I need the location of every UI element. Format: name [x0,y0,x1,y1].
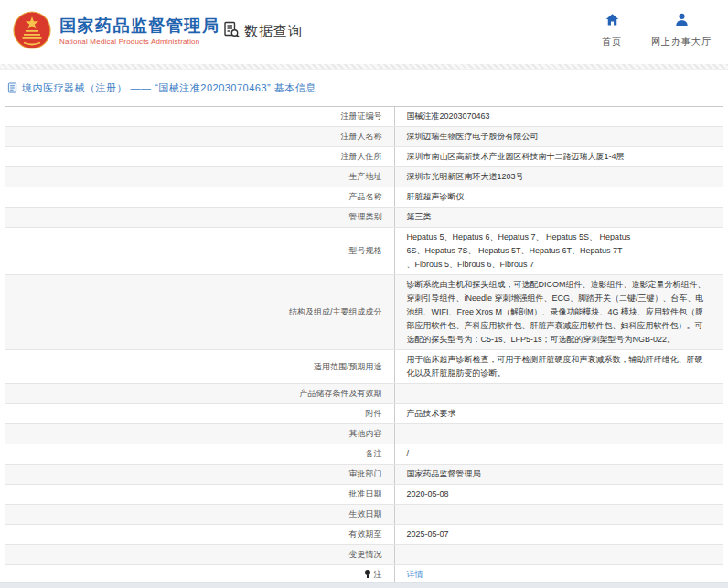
row-value: 国家药品监督管理局 [394,465,723,485]
table-row: 适用范围/预期用途用于临床超声诊断检查，可用于检测肝脏硬度和声衰减系数，辅助肝纤… [5,350,723,384]
detail-link[interactable]: 详情 [407,570,423,579]
user-icon [674,12,690,31]
table-row: 有效期至2025-05-07 [5,525,723,545]
national-emblem-icon [13,11,51,49]
data-query-button[interactable]: 数据查询 [222,20,303,42]
row-value: 诊断系统由主机和探头组成，可选配DICOM组件、造影组件、造影定量分析组件、穿刺… [394,275,723,350]
table-row: 变更情况 [5,545,723,565]
table-row: 审批部门国家药品监督管理局 [5,465,723,485]
row-value: 深圳迈瑞生物医疗电子股份有限公司 [394,127,723,147]
row-value [394,424,723,444]
nav-service-hall[interactable]: 网上办事大厅 [651,12,712,48]
footer-strip [0,582,728,588]
table-row: 注册人名称深圳迈瑞生物医疗电子股份有限公司 [5,127,723,147]
table-row: 生效日期 [5,505,723,525]
site-title-en: National Medical Products Administration [59,37,220,46]
page-title-bar: 境内医疗器械（注册） —— “国械注准20203070463” 基本信息 [0,70,728,106]
table-row: 产品名称肝脏超声诊断仪 [5,187,723,208]
table-row: 注册人住所深圳市南山区高新技术产业园区科技南十二路迈瑞大厦1-4层 [5,147,723,167]
row-label: 适用范围/预期用途 [5,350,394,384]
site-header: 国家药品监督管理局 National Medical Products Admi… [0,0,728,64]
table-row: 备注/ [5,444,723,465]
document-icon [7,80,17,97]
row-label: 变更情况 [5,545,394,565]
row-label: 生效日期 [5,505,394,525]
note-icon [365,570,371,578]
row-value: / [394,444,723,465]
row-label: 产品储存条件及有效期 [5,384,394,404]
doc-search-icon [222,20,241,42]
row-value: 肝脏超声诊断仪 [394,187,723,208]
data-query-label: 数据查询 [244,23,303,40]
site-title-cn: 国家药品监督管理局 [59,16,220,36]
row-value [394,545,723,565]
row-label: 注册证编号 [5,107,394,127]
row-value [394,384,723,404]
row-value [394,505,723,525]
row-label: 审批部门 [5,465,394,485]
table-row: 型号规格Hepatus 5、Hepatus 6、Hepatus 7、 Hepat… [5,228,723,275]
row-label: 结构及组成/主要组成成分 [5,275,394,350]
row-value: 深圳市南山区高新技术产业园区科技南十二路迈瑞大厦1-4层 [394,147,723,167]
row-label: 备注 [5,444,394,465]
row-value: 深圳市光明新区南环大道1203号 [394,167,723,187]
row-label: 注册人住所 [5,147,394,167]
nav-home[interactable]: 首页 [602,12,622,48]
page-title: 境内医疗器械（注册） —— “国械注准20203070463” 基本信息 [22,81,316,95]
nav-home-label: 首页 [602,36,622,48]
row-label: 附件 [5,404,394,424]
row-value: 2025-05-07 [394,525,723,545]
table-row: 批准日期2020-05-08 [5,485,723,505]
row-label: 生产地址 [5,167,394,187]
row-label: 注册人名称 [5,127,394,147]
row-value: 产品技术要求 [394,404,723,424]
table-row: 生产地址深圳市光明新区南环大道1203号 [5,167,723,187]
divider-band [0,64,728,70]
table-row: 结构及组成/主要组成成分诊断系统由主机和探头组成，可选配DICOM组件、造影组件… [5,275,723,350]
row-label: 其他内容 [5,424,394,444]
home-icon [605,12,620,31]
nav-service-hall-label: 网上办事大厅 [651,36,712,48]
top-nav: 首页 网上办事大厅 [602,12,712,48]
table-row: 产品储存条件及有效期 [5,384,723,404]
row-value: 用于临床超声诊断检查，可用于检测肝脏硬度和声衰减系数，辅助肝纤维化、肝硬化以及肝… [394,350,723,384]
row-label: 产品名称 [5,187,394,208]
table-row: 其他内容 [5,424,723,444]
brand: 国家药品监督管理局 National Medical Products Admi… [13,11,220,49]
table-row: 附件产品技术要求 [5,404,723,424]
brand-text: 国家药品监督管理局 National Medical Products Admi… [59,16,220,46]
row-value: 2020-05-08 [394,485,723,505]
row-label: 型号规格 [5,228,394,275]
row-value: 第三类 [394,208,723,228]
row-value: Hepatus 5、Hepatus 6、Hepatus 7、 Hepatus 5… [394,228,723,275]
row-label: 有效期至 [5,525,394,545]
info-table: 注册证编号国械注准20203070463注册人名称深圳迈瑞生物医疗电子股份有限公… [5,106,723,585]
table-row: 注册证编号国械注准20203070463 [5,107,723,127]
row-value: 国械注准20203070463 [394,107,723,127]
row-label: 批准日期 [5,485,394,505]
row-label: 管理类别 [5,208,394,228]
page: 国家药品监督管理局 National Medical Products Admi… [0,0,728,588]
table-row: 管理类别第三类 [5,208,723,228]
